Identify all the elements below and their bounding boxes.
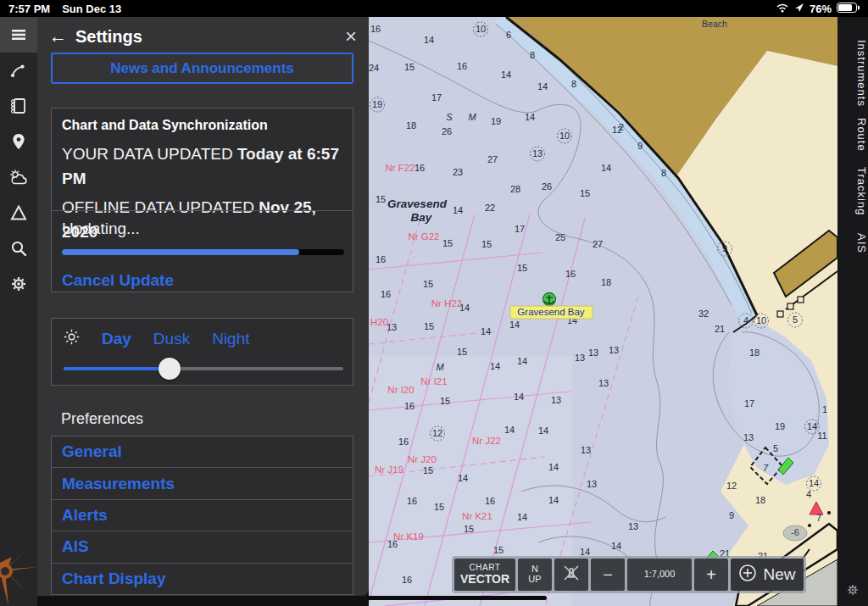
- nautical-chart[interactable]: 1614682415161414817181914261229827231614…: [369, 17, 837, 606]
- depth-label: 18: [755, 495, 765, 505]
- depth-label: 13: [743, 432, 754, 442]
- depth-label: 16: [415, 163, 425, 173]
- map-pin-icon: [8, 131, 29, 152]
- settings-button[interactable]: [0, 266, 37, 302]
- piling-dot: [827, 511, 831, 514]
- seabed-label: M: [468, 112, 476, 122]
- nav-aid-label: Nr F22: [385, 163, 415, 173]
- north-up-button[interactable]: N UP: [518, 559, 552, 591]
- zoom-out-button[interactable]: −: [591, 559, 625, 591]
- app-screen: 7:57 PM Sun Dec 13 76%: [0, 0, 868, 606]
- depth-label: 16: [402, 575, 412, 585]
- pref-item-alerts[interactable]: Alerts: [52, 500, 353, 531]
- pref-item-chart-display[interactable]: Chart Display: [52, 564, 353, 595]
- logbook-button[interactable]: [0, 88, 37, 124]
- pref-item-ais[interactable]: AIS: [52, 531, 353, 563]
- sync-title: Chart and Data Synchronization: [62, 118, 342, 133]
- circled-depth-label: 10: [559, 131, 570, 141]
- depth-label: 16: [485, 496, 495, 506]
- waypoints-button[interactable]: [0, 124, 37, 159]
- theme-option-dusk[interactable]: Dusk: [153, 330, 190, 348]
- depth-label: 13: [598, 378, 609, 388]
- depth-label: 15: [376, 194, 386, 204]
- menu-button[interactable]: [0, 17, 37, 53]
- depth-label: 13: [581, 445, 591, 455]
- chart-settings-gear-icon[interactable]: [845, 582, 860, 601]
- depth-label: 19: [491, 116, 501, 126]
- hide-marks-button[interactable]: [554, 559, 588, 591]
- nav-aid-label: Nr H22: [431, 298, 462, 309]
- nav-aid-label: Nr G22: [408, 231, 439, 242]
- nav-aid-label: Nr J20: [408, 454, 437, 464]
- battery-percent: 76%: [810, 3, 832, 15]
- zoom-in-button[interactable]: +: [694, 559, 728, 591]
- settings-panel: ← Settings × News and Announcements Char…: [37, 17, 369, 596]
- depth-label: 28: [510, 184, 520, 194]
- bay-name-label: Gravesend: [387, 197, 448, 210]
- side-tab-ais[interactable]: AIS: [837, 233, 868, 253]
- depth-label: 13: [551, 395, 561, 405]
- brightness-slider[interactable]: [64, 367, 343, 370]
- depth-label: 15: [517, 263, 527, 273]
- theme-option-night[interactable]: Night: [212, 330, 249, 348]
- chart-toolbar: CHART VECTOR N UP − 1:7,000 + New: [452, 556, 806, 593]
- nav-aid-label: Nr J19: [375, 464, 403, 475]
- theme-option-day[interactable]: Day: [102, 330, 131, 348]
- depth-label: 13: [575, 353, 585, 363]
- depth-label: 15: [457, 347, 467, 357]
- settings-header: ← Settings ×: [37, 17, 369, 56]
- depth-label: 14: [514, 392, 524, 402]
- depth-label: 18: [601, 277, 611, 287]
- brightness-slider-thumb[interactable]: [159, 358, 181, 380]
- back-button[interactable]: ←: [49, 26, 67, 47]
- search-button[interactable]: [0, 231, 37, 266]
- depth-label: 17: [744, 398, 754, 409]
- depth-label: 27: [487, 154, 498, 164]
- new-object-button[interactable]: New: [731, 559, 804, 591]
- crossed-beacon-icon: [561, 563, 581, 587]
- wifi-icon: [776, 3, 789, 15]
- news-announcements-button[interactable]: News and Announcements: [51, 53, 353, 84]
- anchorage-label[interactable]: Gravesend Bay: [517, 307, 585, 317]
- depth-label: 26: [442, 126, 452, 136]
- triangle-icon: [8, 203, 29, 223]
- depth-label: 13: [609, 345, 619, 355]
- side-tab-tracking[interactable]: Tracking: [837, 167, 868, 215]
- depth-label: 8: [661, 168, 666, 178]
- status-bar: 7:57 PM Sun Dec 13 76%: [0, 0, 868, 17]
- search-icon: [8, 238, 29, 259]
- depth-label: 15: [440, 396, 450, 406]
- depth-label: 1: [822, 404, 827, 414]
- weather-button[interactable]: [0, 159, 37, 195]
- side-tab-route[interactable]: Route: [837, 118, 868, 152]
- pref-item-measurements[interactable]: Measurements: [52, 468, 353, 499]
- close-button[interactable]: ×: [345, 28, 357, 45]
- depth-label: 12: [726, 481, 737, 491]
- route-button[interactable]: [0, 53, 37, 88]
- home-indicator[interactable]: [367, 596, 547, 600]
- depth-label: 16: [370, 24, 381, 34]
- status-date: Sun Dec 13: [62, 3, 121, 15]
- depth-label: 6: [506, 30, 511, 40]
- settings-title: Settings: [75, 27, 345, 47]
- depth-label: 14: [517, 512, 527, 522]
- depth-label: 15: [481, 239, 492, 249]
- vessel-button[interactable]: [0, 195, 37, 231]
- depth-label: 27: [593, 239, 603, 249]
- compass-rose-logo: [0, 525, 37, 606]
- depth-label: 14: [537, 81, 548, 92]
- nav-aid-label: Nr I20: [387, 385, 414, 395]
- scale-display: 1:7,000: [627, 559, 692, 591]
- chart-canvas[interactable]: 1614682415161414817181914261229827231614…: [369, 17, 837, 606]
- depth-label: 14: [490, 361, 500, 371]
- cancel-update-link[interactable]: Cancel Update: [62, 271, 174, 290]
- depth-label: 15: [404, 62, 415, 72]
- side-tab-instruments[interactable]: Instruments: [837, 40, 868, 107]
- pref-item-general[interactable]: General: [52, 436, 353, 468]
- depth-label: 23: [453, 167, 463, 177]
- depth-label: 15: [434, 502, 444, 512]
- nav-aid-label: Nr I21: [420, 376, 447, 386]
- circled-depth-label: 19: [372, 99, 382, 109]
- preferences-list: GeneralMeasurementsAlertsAISChart Displa…: [51, 436, 353, 595]
- chart-type-button[interactable]: CHART VECTOR: [454, 559, 515, 591]
